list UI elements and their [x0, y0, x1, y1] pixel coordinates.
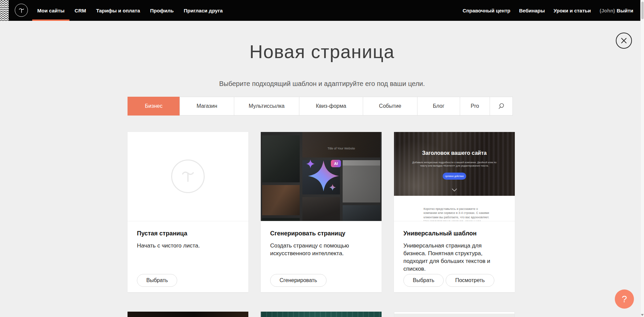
tab-business[interactable]: Бизнес [128, 97, 180, 116]
template-preview: Заголовок вашего сайта Добавьте интересн… [394, 132, 515, 221]
card-blank-page: Пустая страница Начать с чистого листа. … [128, 132, 248, 292]
nav-item-profile[interactable]: Профиль [145, 0, 179, 21]
card-universal-template: Заголовок вашего сайта Добавьте интересн… [394, 132, 515, 292]
scroll-down-arrow-icon[interactable] [641, 314, 644, 316]
tab-event[interactable]: Событие [363, 97, 417, 116]
nav-item-help-center[interactable]: Справочный центр [458, 0, 514, 21]
page-subtitle: Выберите подходящий шаблон и адаптируйте… [0, 80, 644, 88]
nav-item-pricing[interactable]: Тарифы и оплата [91, 0, 145, 21]
card-title: Универсальный шаблон [403, 230, 505, 237]
template-card-partial[interactable] [261, 312, 382, 317]
ai-sparkle-small-icon [329, 184, 336, 191]
card-body: Универсальный шаблон Универсальная стран… [394, 221, 515, 292]
card-ai-generate: Title of Your Website [261, 132, 382, 292]
nav-item-my-sites[interactable]: Мои сайты [32, 0, 69, 21]
template-card-partial[interactable] [128, 312, 248, 317]
tab-pro[interactable]: Pro [460, 97, 490, 116]
card-title: Сгенерировать страницу [270, 230, 372, 237]
question-mark-icon: ? [622, 294, 627, 305]
blank-page-preview [128, 132, 248, 221]
template-hero-preview: Заголовок вашего сайта Добавьте интересн… [394, 132, 515, 196]
tab-store[interactable]: Магазин [180, 97, 234, 116]
nav-item-crm[interactable]: CRM [69, 0, 91, 21]
search-icon [498, 103, 505, 110]
preview-body-text: Коротко представьтесь и расскажите о ком… [424, 207, 491, 221]
select-template-button[interactable]: Выбрать [403, 274, 444, 287]
template-cards-row: Пустая страница Начать с чистого листа. … [128, 132, 515, 292]
preview-cta-button: Целевое действие [443, 173, 466, 180]
template-category-tabs: Бизнес Магазин Мультиссылка Квиз-форма С… [128, 97, 513, 116]
help-button[interactable]: ? [615, 289, 634, 309]
tilda-watermark-icon [171, 160, 205, 193]
preview-hero-title: Заголовок вашего сайта [394, 150, 515, 156]
scrollbar-thumb[interactable] [641, 2, 644, 19]
nav-item-lessons[interactable]: Уроки и статьи [549, 0, 595, 21]
view-template-button[interactable]: Посмотреть [446, 274, 494, 287]
template-cards-row-partial [128, 312, 515, 317]
ai-collage-preview: Title of Your Website [261, 132, 382, 221]
tilda-logo[interactable] [15, 4, 28, 17]
nav-item-webinars[interactable]: Вебинары [515, 0, 549, 21]
user-name: (John) [600, 8, 615, 13]
tab-multilink[interactable]: Мультиссылка [234, 97, 299, 116]
card-title: Пустая страница [137, 230, 239, 237]
card-body: Пустая страница Начать с чистого листа. … [128, 221, 248, 292]
nav-item-invite-friend[interactable]: Пригласи друга [179, 0, 228, 21]
ai-sparkle-small-icon [306, 160, 315, 168]
generate-button[interactable]: Сгенерировать [270, 274, 327, 287]
help-menu: Справочный центр Вебинары Уроки и статьи… [458, 0, 633, 21]
tab-blog[interactable]: Блог [417, 97, 460, 116]
top-navbar: Мои сайты CRM Тарифы и оплата Профиль Пр… [0, 0, 644, 21]
collage: Title of Your Website [261, 132, 382, 221]
tab-quiz-form[interactable]: Квиз-форма [299, 97, 363, 116]
card-description: Универсальная страница для бизнеса. Поня… [403, 242, 505, 273]
tab-search[interactable] [490, 97, 513, 116]
card-body: Сгенерировать страницу Создать страницу … [261, 221, 382, 292]
card-description: Создать страницу с помощью искусственног… [270, 242, 372, 257]
template-card-partial[interactable] [394, 312, 515, 317]
preview-hero-subtitle: Добавьте интересные подробности о вашей … [411, 161, 498, 168]
template-body-preview: Коротко представьтесь и расскажите о ком… [394, 196, 515, 221]
main-menu: Мои сайты CRM Тарифы и оплата Профиль Пр… [32, 0, 228, 21]
card-description: Начать с чистого листа. [137, 242, 239, 250]
scrollbar[interactable] [640, 0, 644, 317]
ai-badge: AI [331, 160, 341, 167]
page-title: Новая страница [0, 41, 644, 62]
user-logout[interactable]: (John) Выйти [595, 0, 633, 21]
zigzag-pattern-icon [0, 0, 9, 21]
logout-link[interactable]: Выйти [617, 8, 633, 13]
select-blank-button[interactable]: Выбрать [137, 274, 177, 287]
chevron-down-icon [452, 188, 457, 192]
